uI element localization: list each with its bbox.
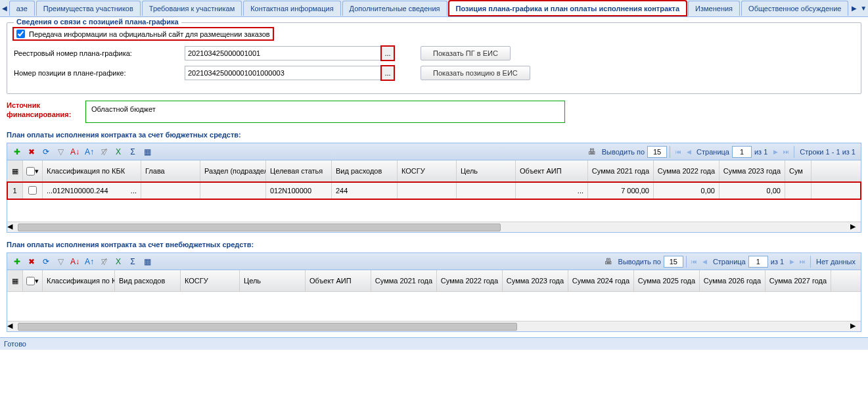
- cell-cel: [457, 182, 516, 199]
- sum-icon[interactable]: Σ: [127, 256, 139, 268]
- tab-public-discussion[interactable]: Общественное обсуждение: [741, 1, 848, 16]
- tab-partial-prev[interactable]: азе: [9, 1, 35, 16]
- add-icon[interactable]: ✚: [11, 146, 23, 158]
- col-cel[interactable]: Цель: [240, 270, 306, 291]
- cell-check[interactable]: [23, 182, 43, 199]
- extrabudget-scrollbar[interactable]: ◀▶: [7, 321, 861, 331]
- rows-info: Нет данных: [816, 258, 856, 266]
- budget-toolbar: ✚ ✖ ⟳ ▽ A↓ A↑ ▽̸ X Σ ▦ 🖶 Выводить по ⏮ ◀…: [7, 143, 861, 160]
- budget-scrollbar[interactable]: ◀▶: [7, 222, 861, 232]
- registry-number-label: Реестровый номер плана-графика:: [14, 49, 185, 57]
- col-check[interactable]: ▾: [23, 270, 43, 291]
- page-input[interactable]: [748, 256, 768, 268]
- col-vid[interactable]: Вид расходов: [115, 270, 181, 291]
- refresh-icon[interactable]: ⟳: [40, 146, 52, 158]
- col-kosgu[interactable]: КОСГУ: [398, 160, 457, 181]
- first-page-button[interactable]: ⏮: [673, 147, 683, 157]
- registry-number-input[interactable]: [185, 46, 382, 60]
- next-page-button[interactable]: ▶: [770, 147, 781, 157]
- prev-page-button[interactable]: ◀: [700, 256, 710, 267]
- print-icon[interactable]: 🖶: [586, 146, 598, 158]
- cell-2022: 0,00: [654, 182, 720, 199]
- col-2023[interactable]: Сумма 2023 года: [503, 270, 568, 291]
- tabs-next-arrow[interactable]: ▶: [850, 1, 859, 16]
- cell-glava: [141, 182, 200, 199]
- export-excel-icon[interactable]: X: [112, 146, 124, 158]
- page-input[interactable]: [732, 146, 752, 158]
- extrabudget-grid: ✚ ✖ ⟳ ▽ A↓ A↑ ▽̸ X Σ ▦ 🖶 Выводить по ⏮ ◀…: [7, 252, 861, 332]
- sort-desc-icon[interactable]: A↑: [83, 146, 95, 158]
- col-glava[interactable]: Глава: [141, 160, 200, 181]
- tab-changes[interactable]: Изменения: [688, 1, 740, 16]
- col-2022[interactable]: Сумма 2022 года: [437, 270, 503, 291]
- position-number-label: Номер позиции в плане-графике:: [14, 69, 185, 77]
- filter-icon[interactable]: ▽: [55, 256, 66, 268]
- budget-grid: ✚ ✖ ⟳ ▽ A↓ A↑ ▽̸ X Σ ▦ 🖶 Выводить по ⏮ ◀…: [7, 143, 861, 233]
- col-2023[interactable]: Сумма 2023 года: [720, 160, 785, 181]
- col-2027[interactable]: Сумма 2027 года: [765, 270, 831, 291]
- registry-number-lookup-button[interactable]: ...: [381, 46, 394, 60]
- funding-source-value: Областной бюджет: [85, 101, 565, 123]
- perpage-label: Выводить по: [602, 148, 645, 156]
- delete-icon[interactable]: ✖: [26, 146, 37, 158]
- columns-icon[interactable]: ▦: [141, 256, 153, 268]
- col-2026[interactable]: Сумма 2026 года: [700, 270, 765, 291]
- col-kbk[interactable]: Классификация по КБК: [43, 160, 141, 181]
- tab-advantages[interactable]: Преимущества участников: [36, 1, 141, 16]
- col-aip[interactable]: Объект АИП: [306, 270, 371, 291]
- perpage-input[interactable]: [664, 256, 683, 268]
- clear-filter-icon[interactable]: ▽̸: [98, 256, 110, 268]
- tab-plan-position[interactable]: Позиция плана-графика и план оплаты испо…: [449, 1, 687, 16]
- sort-asc-icon[interactable]: A↓: [69, 146, 81, 158]
- tab-requirements[interactable]: Требования к участникам: [142, 1, 242, 16]
- sort-desc-icon[interactable]: A↑: [83, 256, 95, 268]
- show-position-button[interactable]: Показать позицию в ЕИС: [421, 66, 530, 80]
- cell-aip[interactable]: ...: [516, 182, 588, 199]
- add-icon[interactable]: ✚: [11, 256, 23, 268]
- delete-icon[interactable]: ✖: [26, 256, 37, 268]
- show-pg-button[interactable]: Показать ПГ в ЕИС: [421, 46, 511, 60]
- filter-icon[interactable]: ▽: [55, 146, 66, 158]
- export-excel-icon[interactable]: X: [112, 256, 124, 268]
- position-number-lookup-button[interactable]: ...: [381, 66, 394, 80]
- first-page-button[interactable]: ⏮: [689, 256, 700, 267]
- col-cel[interactable]: Цель: [457, 160, 516, 181]
- tabs-prev-arrow[interactable]: ◀: [0, 1, 9, 16]
- col-check[interactable]: ▾: [23, 160, 43, 181]
- col-kosgu[interactable]: КОСГУ: [181, 270, 240, 291]
- publish-checkbox[interactable]: [16, 30, 25, 38]
- registry-number-row: Реестровый номер плана-графика: ... Пока…: [14, 46, 854, 60]
- tabs-menu-arrow[interactable]: ▼: [859, 1, 868, 16]
- col-2021[interactable]: Сумма 2021 года: [588, 160, 654, 181]
- tab-additional[interactable]: Дополнительные сведения: [342, 1, 447, 16]
- tab-contacts[interactable]: Контактная информация: [243, 1, 340, 16]
- prev-page-button[interactable]: ◀: [683, 147, 694, 157]
- col-razdel[interactable]: Раздел (подраздел): [200, 160, 266, 181]
- columns-icon[interactable]: ▦: [141, 146, 153, 158]
- col-rownum: ▦: [7, 270, 23, 291]
- col-2024[interactable]: Сум: [785, 160, 811, 181]
- perpage-input[interactable]: [647, 146, 667, 158]
- sort-asc-icon[interactable]: A↓: [69, 256, 81, 268]
- extrabudget-grid-header: ▦ ▾ Классификация по КБК Вид расходов КО…: [7, 270, 861, 292]
- col-2024[interactable]: Сумма 2024 года: [568, 270, 634, 291]
- refresh-icon[interactable]: ⟳: [40, 256, 52, 268]
- col-statya[interactable]: Целевая статья: [266, 160, 332, 181]
- last-page-button[interactable]: ⏭: [797, 256, 808, 267]
- table-row[interactable]: 1 ...012N100000.244... 012N100000 244 ..…: [7, 182, 861, 199]
- clear-filter-icon[interactable]: ▽̸: [98, 146, 110, 158]
- col-2022[interactable]: Сумма 2022 года: [654, 160, 720, 181]
- col-2025[interactable]: Сумма 2025 года: [634, 270, 700, 291]
- next-page-button[interactable]: ▶: [787, 256, 797, 267]
- publish-checkbox-row[interactable]: Передача информации на официальный сайт …: [14, 28, 273, 39]
- col-aip[interactable]: Объект АИП: [516, 160, 588, 181]
- sum-icon[interactable]: Σ: [127, 146, 139, 158]
- page-body: Сведения о связи с позицией плана-график…: [0, 17, 868, 337]
- last-page-button[interactable]: ⏭: [781, 147, 791, 157]
- position-number-input[interactable]: [185, 66, 382, 80]
- col-2021[interactable]: Сумма 2021 года: [371, 270, 437, 291]
- print-icon[interactable]: 🖶: [603, 256, 614, 268]
- col-kbk[interactable]: Классификация по КБК: [43, 270, 115, 291]
- col-vid[interactable]: Вид расходов: [332, 160, 398, 181]
- extrabudget-toolbar: ✚ ✖ ⟳ ▽ A↓ A↑ ▽̸ X Σ ▦ 🖶 Выводить по ⏮ ◀…: [7, 253, 861, 270]
